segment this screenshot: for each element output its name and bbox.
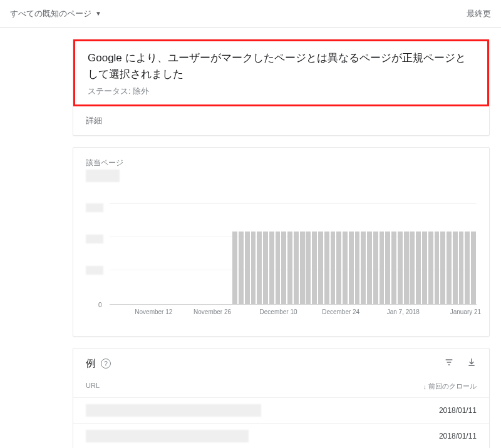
chart-bar xyxy=(226,203,232,304)
yaxis-tick-redacted xyxy=(86,235,103,243)
chart-bar xyxy=(342,203,348,304)
chart-area: 0 November 12November 26December 10Decem… xyxy=(86,203,477,322)
chart-bar xyxy=(385,203,391,304)
chart-bar xyxy=(262,203,269,304)
download-icon[interactable] xyxy=(467,357,477,370)
examples-title: 例 xyxy=(86,357,96,370)
chart-bar xyxy=(330,203,336,304)
chart-bar xyxy=(147,203,153,304)
chart-bar xyxy=(373,203,379,304)
col-url-header[interactable]: URL xyxy=(86,382,423,391)
chart-bar xyxy=(311,203,318,304)
sort-desc-icon: ↓ xyxy=(423,383,426,390)
chart-bar xyxy=(220,203,226,304)
chart-bar xyxy=(318,203,324,304)
xaxis-tick: December 10 xyxy=(260,308,297,315)
chart-bar xyxy=(391,203,397,304)
chart-bar xyxy=(428,203,434,304)
chart-bar xyxy=(140,203,147,304)
chart-bar xyxy=(452,203,458,304)
status-title-prefix: Google xyxy=(88,52,122,64)
chart-bar xyxy=(177,203,183,304)
chart-bar xyxy=(214,203,220,304)
chart-bar xyxy=(238,203,244,304)
crawl-date: 2018/01/11 xyxy=(439,432,477,440)
chart-bar xyxy=(134,203,140,304)
chart-bar xyxy=(458,203,465,304)
chart-bar xyxy=(244,203,250,304)
examples-rows: 2018/01/112018/01/112017/12/31 xyxy=(73,398,489,448)
examples-actions xyxy=(444,357,477,370)
page-filter-dropdown[interactable]: すべての既知のページ ▼ xyxy=(10,8,101,19)
chart-bar xyxy=(110,203,116,304)
col-date-label: 前回のクロール xyxy=(428,382,477,390)
chart-bar xyxy=(440,203,446,304)
chart-bar xyxy=(348,203,354,304)
examples-header: 例 ? xyxy=(73,349,489,375)
chart-bar xyxy=(379,203,385,304)
chart-bar xyxy=(397,203,403,304)
chart-card: 該当ページ 0 November 12November 26December 1… xyxy=(73,147,490,337)
chart-bar xyxy=(171,203,177,304)
chart-xaxis: November 12November 26December 10Decembe… xyxy=(110,308,477,320)
chart-bar xyxy=(158,203,165,304)
chart-bar xyxy=(201,203,207,304)
chart-bar xyxy=(269,203,275,304)
topbar: すべての既知のページ ▼ 最終更 xyxy=(0,0,501,28)
status-highlight: Google により、ユーザーがマークしたページとは異なるページが正規ページとし… xyxy=(73,39,489,106)
chart-bar xyxy=(446,203,452,304)
url-redacted xyxy=(86,404,261,417)
chart-total-redacted xyxy=(86,170,120,182)
table-row[interactable]: 2018/01/11 xyxy=(73,424,489,448)
chart-bar xyxy=(287,203,293,304)
col-date-header[interactable]: ↓ 前回のクロール xyxy=(423,382,477,391)
chart-bar xyxy=(324,203,330,304)
chart-bar xyxy=(470,203,477,304)
chart-bar xyxy=(410,203,416,304)
chart-plot xyxy=(110,203,477,305)
chart-bar xyxy=(116,203,122,304)
crawl-date: 2018/01/11 xyxy=(439,406,477,415)
chart-bar xyxy=(128,203,134,304)
chart-bar xyxy=(152,203,158,304)
caret-down-icon: ▼ xyxy=(95,10,101,17)
table-row[interactable]: 2018/01/11 xyxy=(73,398,489,424)
chart-bar xyxy=(275,203,281,304)
chart-bar xyxy=(299,203,306,304)
status-subtitle: ステータス: 除外 xyxy=(88,86,475,97)
status-title-rest: により、ユーザーがマークしたページとは異なるページが正規ページとして選択されまし… xyxy=(88,52,466,80)
chart-bar xyxy=(421,203,428,304)
chart-bar xyxy=(434,203,440,304)
chart-bar xyxy=(189,203,195,304)
chart-bar xyxy=(293,203,299,304)
yaxis-tick-redacted xyxy=(86,266,103,275)
chart-bar xyxy=(415,203,421,304)
chart-bar xyxy=(183,203,189,304)
yaxis-zero-label: 0 xyxy=(98,302,102,308)
content: Google により、ユーザーがマークしたページとは異なるページが正規ページとし… xyxy=(0,39,501,448)
examples-card: 例 ? URL ↓ 前回のクロール 2018/01/112018/01/1120… xyxy=(73,348,490,448)
chart-bar xyxy=(195,203,202,304)
filter-icon[interactable] xyxy=(444,357,454,370)
chart-bar xyxy=(256,203,262,304)
chart-bar xyxy=(250,203,257,304)
detail-link[interactable]: 詳細 xyxy=(73,106,489,135)
last-update-label: 最終更 xyxy=(467,8,491,19)
chart-section-label: 該当ページ xyxy=(86,158,477,168)
chart-bar xyxy=(122,203,128,304)
page-filter-label: すべての既知のページ xyxy=(10,8,91,19)
xaxis-tick: January 21 xyxy=(450,308,481,315)
chart-bar xyxy=(281,203,287,304)
help-icon[interactable]: ? xyxy=(101,359,111,369)
chart-bar xyxy=(366,203,373,304)
chart-bar xyxy=(232,203,238,304)
xaxis-tick: Jan 7, 2018 xyxy=(387,308,420,315)
examples-table-head: URL ↓ 前回のクロール xyxy=(73,375,489,398)
status-title: Google により、ユーザーがマークしたページとは異なるページが正規ページとし… xyxy=(88,50,475,83)
chart-bar xyxy=(360,203,366,304)
chart-bar xyxy=(207,203,214,304)
xaxis-tick: December 24 xyxy=(322,308,359,315)
chart-bar xyxy=(354,203,361,304)
url-redacted xyxy=(86,430,249,442)
xaxis-tick: November 26 xyxy=(194,308,231,315)
